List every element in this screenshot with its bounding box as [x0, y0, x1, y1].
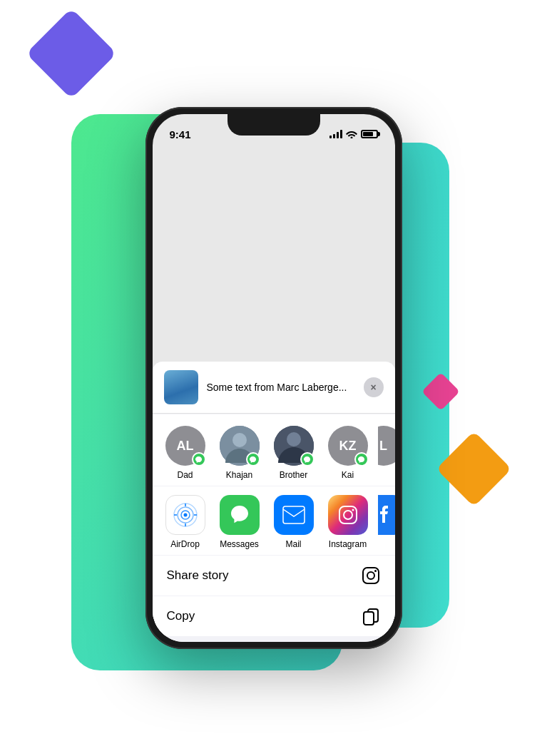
svg-point-14: [344, 511, 352, 519]
svg-point-1: [232, 433, 247, 447]
contact-partial-avatar: L: [378, 426, 395, 466]
contact-kai-name: Kai: [342, 470, 354, 480]
mail-label: Mail: [285, 539, 301, 549]
svg-rect-12: [283, 506, 305, 523]
airdrop-icon-svg: [173, 502, 198, 528]
svg-rect-13: [339, 506, 357, 523]
airdrop-label: AirDrop: [170, 539, 200, 549]
airdrop-icon: [165, 495, 205, 535]
messages-icon-svg: [228, 503, 252, 527]
contact-brother-avatar: [274, 426, 314, 466]
phone-frame: 9:41: [145, 107, 402, 649]
app-icons-row: AirDrop Messages: [153, 486, 395, 555]
svg-point-18: [374, 570, 377, 572]
instagram-label: Instagram: [329, 539, 367, 549]
status-icons: [329, 130, 378, 138]
svg-rect-20: [364, 612, 374, 625]
messages-icon: [220, 495, 260, 535]
app-instagram[interactable]: Instagram: [324, 495, 372, 549]
contact-dad-avatar: AL: [165, 426, 205, 466]
copy-row[interactable]: Copy: [153, 596, 395, 636]
phone-notch: [228, 114, 320, 136]
messages-badge-dad: [192, 452, 206, 466]
contact-dad[interactable]: AL Dad: [161, 426, 210, 480]
contact-brother[interactable]: Brother: [270, 426, 318, 480]
battery-icon: [361, 130, 378, 138]
mail-icon-svg: [282, 505, 306, 525]
app-messages[interactable]: Messages: [215, 495, 264, 549]
share-sheet: Some text from Marc Laberge... × AL Dad: [153, 362, 395, 642]
contact-khajan[interactable]: Khajan: [215, 426, 264, 480]
instagram-outline-icon: [361, 566, 381, 586]
svg-point-3: [287, 432, 301, 446]
diamond-purple-shape: [26, 8, 116, 98]
copy-icon: [361, 606, 381, 626]
app-airdrop[interactable]: AirDrop: [161, 495, 210, 549]
close-share-button[interactable]: ×: [364, 377, 384, 397]
share-story-instagram-icon: [361, 566, 381, 586]
svg-point-15: [352, 509, 354, 511]
instagram-icon-svg: [337, 504, 359, 526]
contact-kai-initials: KZ: [339, 439, 357, 454]
svg-rect-16: [363, 568, 379, 583]
app-mail[interactable]: Mail: [270, 495, 318, 549]
contact-khajan-avatar: [220, 426, 260, 466]
messages-badge-kai: [354, 452, 369, 466]
copy-icon-svg: [361, 606, 381, 626]
messages-badge-khajan: [246, 452, 260, 466]
contact-partial-initials: L: [379, 439, 387, 454]
copy-label: Copy: [167, 609, 195, 623]
contact-dad-name: Dad: [177, 470, 193, 480]
preview-text: Some text from Marc Laberge...: [207, 382, 355, 393]
instagram-icon: [328, 495, 368, 535]
app-facebook-partial[interactable]: [378, 495, 395, 549]
contact-kai[interactable]: KZ Kai: [324, 426, 372, 480]
facebook-icon: [378, 495, 395, 535]
signal-icon: [329, 130, 342, 138]
contact-partial[interactable]: L: [378, 426, 395, 480]
contact-kai-avatar: KZ: [328, 426, 368, 466]
messages-label: Messages: [220, 539, 259, 549]
svg-point-7: [183, 514, 187, 517]
contacts-row: AL Dad: [153, 414, 395, 486]
messages-badge-brother: [300, 452, 315, 466]
svg-point-17: [367, 572, 374, 579]
share-story-row[interactable]: Share story: [153, 556, 395, 596]
contact-dad-initials: AL: [177, 439, 194, 454]
contact-khajan-name: Khajan: [226, 470, 252, 480]
status-time: 9:41: [170, 128, 191, 141]
share-story-label: Share story: [167, 568, 229, 583]
preview-thumbnail: [164, 370, 198, 404]
mail-icon: [274, 495, 314, 535]
phone-mockup: 9:41: [145, 107, 402, 649]
share-preview-row: Some text from Marc Laberge... ×: [153, 362, 395, 414]
wifi-icon: [346, 130, 357, 138]
contact-brother-name: Brother: [280, 470, 307, 480]
phone-screen: 9:41: [153, 114, 395, 642]
facebook-icon-svg: [378, 503, 392, 527]
